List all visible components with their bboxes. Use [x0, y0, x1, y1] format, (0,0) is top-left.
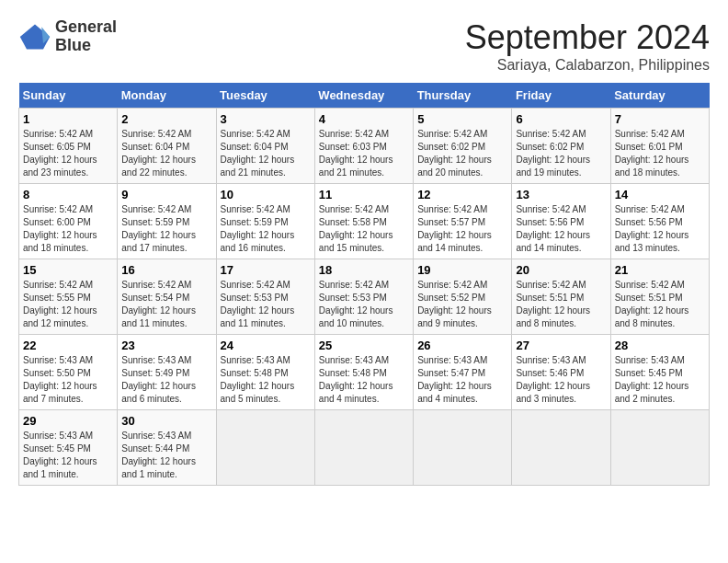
calendar-cell: 29 Sunrise: 5:43 AMSunset: 5:45 PMDaylig… — [19, 410, 118, 486]
day-number: 26 — [417, 339, 507, 352]
calendar-cell: 1 Sunrise: 5:42 AMSunset: 6:05 PMDayligh… — [19, 109, 118, 184]
day-info: Sunrise: 5:42 AMSunset: 6:00 PMDaylight:… — [23, 204, 97, 253]
day-info: Sunrise: 5:42 AMSunset: 6:03 PMDaylight:… — [319, 129, 393, 178]
day-number: 23 — [121, 339, 211, 352]
day-number: 11 — [319, 188, 409, 201]
day-info: Sunrise: 5:43 AMSunset: 5:48 PMDaylight:… — [221, 355, 295, 404]
calendar-cell: 20 Sunrise: 5:42 AMSunset: 5:51 PMDaylig… — [512, 259, 610, 335]
col-header-tuesday: Tuesday — [216, 83, 314, 109]
calendar-table: SundayMondayTuesdayWednesdayThursdayFrid… — [18, 83, 710, 486]
calendar-week-2: 8 Sunrise: 5:42 AMSunset: 6:00 PMDayligh… — [19, 184, 710, 259]
title-block: September 2024 Sariaya, Calabarzon, Phil… — [465, 18, 710, 74]
day-number: 8 — [23, 188, 113, 201]
col-header-wednesday: Wednesday — [314, 83, 413, 109]
day-number: 21 — [615, 263, 705, 277]
col-header-sunday: Sunday — [19, 83, 118, 109]
day-number: 6 — [516, 112, 606, 126]
day-number: 14 — [615, 188, 705, 201]
day-number: 29 — [23, 414, 113, 428]
day-number: 13 — [516, 188, 606, 201]
day-info: Sunrise: 5:42 AMSunset: 5:53 PMDaylight:… — [319, 280, 393, 328]
day-number: 2 — [121, 112, 211, 126]
day-number: 12 — [417, 188, 507, 201]
day-info: Sunrise: 5:42 AMSunset: 5:51 PMDaylight:… — [615, 280, 689, 328]
day-number: 30 — [121, 414, 211, 428]
col-header-saturday: Saturday — [610, 83, 709, 109]
calendar-cell: 24 Sunrise: 5:43 AMSunset: 5:48 PMDaylig… — [216, 335, 314, 410]
day-info: Sunrise: 5:42 AMSunset: 5:59 PMDaylight:… — [121, 204, 196, 253]
day-info: Sunrise: 5:42 AMSunset: 5:58 PMDaylight:… — [319, 204, 393, 253]
day-info: Sunrise: 5:42 AMSunset: 6:02 PMDaylight:… — [516, 129, 590, 178]
page-header: General Blue September 2024 Sariaya, Cal… — [18, 18, 710, 74]
day-info: Sunrise: 5:43 AMSunset: 5:49 PMDaylight:… — [121, 355, 196, 404]
day-info: Sunrise: 5:42 AMSunset: 5:56 PMDaylight:… — [615, 204, 689, 253]
calendar-cell — [610, 410, 709, 486]
calendar-cell: 9 Sunrise: 5:42 AMSunset: 5:59 PMDayligh… — [118, 184, 216, 259]
calendar-cell: 12 Sunrise: 5:42 AMSunset: 5:57 PMDaylig… — [414, 184, 512, 259]
calendar-cell — [216, 410, 314, 486]
calendar-cell: 25 Sunrise: 5:43 AMSunset: 5:48 PMDaylig… — [314, 335, 413, 410]
calendar-cell: 30 Sunrise: 5:43 AMSunset: 5:44 PMDaylig… — [118, 410, 216, 486]
calendar-cell: 16 Sunrise: 5:42 AMSunset: 5:54 PMDaylig… — [118, 259, 216, 335]
day-info: Sunrise: 5:43 AMSunset: 5:50 PMDaylight:… — [23, 355, 97, 404]
day-info: Sunrise: 5:42 AMSunset: 5:59 PMDaylight:… — [221, 204, 295, 253]
calendar-cell: 17 Sunrise: 5:42 AMSunset: 5:53 PMDaylig… — [216, 259, 314, 335]
day-number: 28 — [615, 339, 705, 352]
day-number: 7 — [615, 112, 705, 126]
calendar-cell: 26 Sunrise: 5:43 AMSunset: 5:47 PMDaylig… — [414, 335, 512, 410]
calendar-cell: 19 Sunrise: 5:42 AMSunset: 5:52 PMDaylig… — [414, 259, 512, 335]
day-number: 16 — [121, 263, 211, 277]
day-info: Sunrise: 5:42 AMSunset: 5:51 PMDaylight:… — [516, 280, 590, 328]
day-info: Sunrise: 5:42 AMSunset: 6:05 PMDaylight:… — [23, 129, 97, 178]
calendar-week-1: 1 Sunrise: 5:42 AMSunset: 6:05 PMDayligh… — [19, 109, 710, 184]
day-number: 10 — [221, 188, 311, 201]
calendar-cell: 21 Sunrise: 5:42 AMSunset: 5:51 PMDaylig… — [610, 259, 709, 335]
calendar-cell: 14 Sunrise: 5:42 AMSunset: 5:56 PMDaylig… — [610, 184, 709, 259]
col-header-friday: Friday — [512, 83, 610, 109]
calendar-cell — [512, 410, 610, 486]
col-header-thursday: Thursday — [414, 83, 512, 109]
calendar-cell: 13 Sunrise: 5:42 AMSunset: 5:56 PMDaylig… — [512, 184, 610, 259]
day-info: Sunrise: 5:42 AMSunset: 5:55 PMDaylight:… — [23, 280, 97, 328]
day-info: Sunrise: 5:43 AMSunset: 5:47 PMDaylight:… — [417, 355, 492, 404]
day-number: 9 — [121, 188, 211, 201]
day-number: 18 — [319, 263, 409, 277]
day-info: Sunrise: 5:42 AMSunset: 6:01 PMDaylight:… — [615, 129, 689, 178]
day-number: 15 — [23, 263, 113, 277]
calendar-cell: 4 Sunrise: 5:42 AMSunset: 6:03 PMDayligh… — [314, 109, 413, 184]
day-number: 27 — [516, 339, 606, 352]
month-title: September 2024 — [465, 18, 710, 57]
calendar-cell — [414, 410, 512, 486]
header-row: SundayMondayTuesdayWednesdayThursdayFrid… — [19, 83, 710, 109]
day-number: 4 — [319, 112, 409, 126]
calendar-cell: 6 Sunrise: 5:42 AMSunset: 6:02 PMDayligh… — [512, 109, 610, 184]
calendar-cell: 27 Sunrise: 5:43 AMSunset: 5:46 PMDaylig… — [512, 335, 610, 410]
day-number: 25 — [319, 339, 409, 352]
day-info: Sunrise: 5:43 AMSunset: 5:45 PMDaylight:… — [615, 355, 689, 404]
day-info: Sunrise: 5:43 AMSunset: 5:46 PMDaylight:… — [516, 355, 590, 404]
day-info: Sunrise: 5:42 AMSunset: 5:56 PMDaylight:… — [516, 204, 590, 253]
logo: General Blue — [18, 18, 117, 55]
location: Sariaya, Calabarzon, Philippines — [465, 57, 710, 74]
day-number: 19 — [417, 263, 507, 277]
day-info: Sunrise: 5:42 AMSunset: 6:02 PMDaylight:… — [417, 129, 492, 178]
calendar-week-3: 15 Sunrise: 5:42 AMSunset: 5:55 PMDaylig… — [19, 259, 710, 335]
calendar-cell — [314, 410, 413, 486]
calendar-cell: 10 Sunrise: 5:42 AMSunset: 5:59 PMDaylig… — [216, 184, 314, 259]
day-number: 3 — [221, 112, 311, 126]
day-number: 20 — [516, 263, 606, 277]
day-info: Sunrise: 5:42 AMSunset: 6:04 PMDaylight:… — [121, 129, 196, 178]
day-number: 17 — [221, 263, 311, 277]
calendar-cell: 3 Sunrise: 5:42 AMSunset: 6:04 PMDayligh… — [216, 109, 314, 184]
calendar-week-5: 29 Sunrise: 5:43 AMSunset: 5:45 PMDaylig… — [19, 410, 710, 486]
day-info: Sunrise: 5:42 AMSunset: 5:54 PMDaylight:… — [121, 280, 196, 328]
calendar-week-4: 22 Sunrise: 5:43 AMSunset: 5:50 PMDaylig… — [19, 335, 710, 410]
day-info: Sunrise: 5:43 AMSunset: 5:45 PMDaylight:… — [23, 431, 97, 479]
calendar-cell: 11 Sunrise: 5:42 AMSunset: 5:58 PMDaylig… — [314, 184, 413, 259]
calendar-cell: 18 Sunrise: 5:42 AMSunset: 5:53 PMDaylig… — [314, 259, 413, 335]
calendar-cell: 8 Sunrise: 5:42 AMSunset: 6:00 PMDayligh… — [19, 184, 118, 259]
calendar-cell: 22 Sunrise: 5:43 AMSunset: 5:50 PMDaylig… — [19, 335, 118, 410]
day-info: Sunrise: 5:42 AMSunset: 5:53 PMDaylight:… — [221, 280, 295, 328]
day-info: Sunrise: 5:42 AMSunset: 5:52 PMDaylight:… — [417, 280, 492, 328]
calendar-cell: 28 Sunrise: 5:43 AMSunset: 5:45 PMDaylig… — [610, 335, 709, 410]
